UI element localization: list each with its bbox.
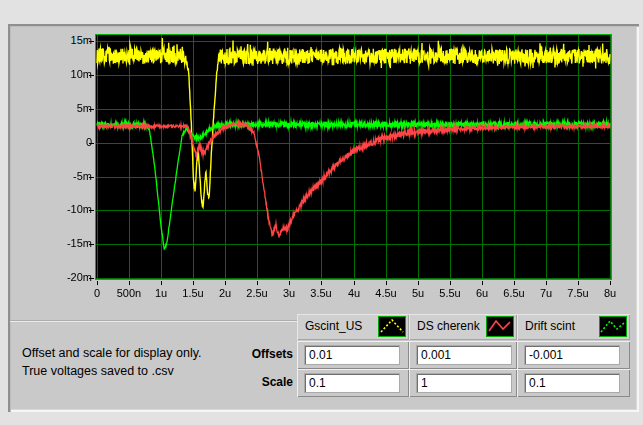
legend-item-drift-scint[interactable]: Drift scint — [517, 314, 630, 340]
scale-row-label: Scale — [208, 374, 293, 390]
x-tick-mark — [514, 281, 515, 285]
scale-row — [297, 369, 630, 397]
yellow-waveform-icon[interactable] — [378, 316, 406, 337]
y-tick-label: -20m — [52, 271, 92, 283]
scale-input-ds-cherenk[interactable] — [417, 374, 511, 392]
y-tick-label: 15m — [52, 34, 92, 46]
y-tick-label: -10m — [52, 203, 92, 215]
y-tick-label: -15m — [52, 237, 92, 249]
offset-cell — [409, 341, 517, 369]
x-tick-mark — [129, 281, 130, 285]
scale-cell — [409, 369, 517, 397]
x-tick-mark — [257, 281, 258, 285]
green-waveform-icon[interactable] — [599, 316, 627, 337]
x-tick-mark — [161, 281, 162, 285]
y-tick-label: 5m — [52, 102, 92, 114]
y-tick-mark — [89, 109, 94, 110]
y-tick-mark — [89, 210, 94, 211]
x-tick-label: 8u — [588, 287, 632, 299]
scale-input-gscint-us[interactable] — [305, 374, 399, 392]
offset-input-gscint-us[interactable] — [305, 346, 399, 364]
legend-label: Drift scint — [525, 314, 575, 339]
front-panel: 15m10m5m0-5m-10m-15m-20m 0500n1u1.5u2u2.… — [8, 24, 639, 412]
y-tick-label: 0 — [52, 136, 92, 148]
legend-item-gscint-us[interactable]: Gscint_US — [297, 314, 409, 340]
x-tick-mark — [225, 281, 226, 285]
x-tick-mark — [482, 281, 483, 285]
y-tick-mark — [89, 278, 94, 279]
y-tick-mark — [89, 244, 94, 245]
x-tick-mark — [289, 281, 290, 285]
panel-divider — [10, 320, 297, 322]
y-tick-mark — [89, 41, 94, 42]
scale-cell — [517, 369, 630, 397]
y-tick-mark — [89, 143, 94, 144]
x-tick-mark — [193, 281, 194, 285]
legend-label: DS cherenk — [417, 314, 480, 339]
y-tick-label: -5m — [52, 170, 92, 182]
display-note: Offset and scale for display only. True … — [22, 344, 202, 380]
x-tick-mark — [354, 281, 355, 285]
plot-legend: Gscint_US DS cherenk Drift scint — [297, 314, 630, 340]
waveform-graph-plot-area — [95, 34, 612, 280]
scale-cell — [297, 369, 409, 397]
y-tick-label: 10m — [52, 68, 92, 80]
offset-input-drift-scint[interactable] — [525, 346, 619, 364]
y-tick-mark — [89, 177, 94, 178]
x-tick-mark — [386, 281, 387, 285]
offset-input-ds-cherenk[interactable] — [417, 346, 511, 364]
x-tick-mark — [546, 281, 547, 285]
scale-input-drift-scint[interactable] — [525, 374, 619, 392]
x-tick-mark — [450, 281, 451, 285]
red-waveform-icon[interactable] — [486, 316, 514, 337]
display-note-line1: Offset and scale for display only. — [22, 344, 202, 362]
x-tick-mark — [97, 281, 98, 285]
x-tick-mark — [610, 281, 611, 285]
offsets-row — [297, 341, 630, 369]
x-tick-mark — [578, 281, 579, 285]
x-tick-mark — [321, 281, 322, 285]
legend-item-ds-cherenk[interactable]: DS cherenk — [409, 314, 517, 340]
legend-label: Gscint_US — [305, 314, 362, 339]
x-tick-mark — [418, 281, 419, 285]
y-tick-mark — [89, 75, 94, 76]
offset-cell — [297, 341, 409, 369]
offset-cell — [517, 341, 630, 369]
display-note-line2: True voltages saved to .csv — [22, 362, 202, 380]
offsets-row-label: Offsets — [208, 346, 293, 362]
